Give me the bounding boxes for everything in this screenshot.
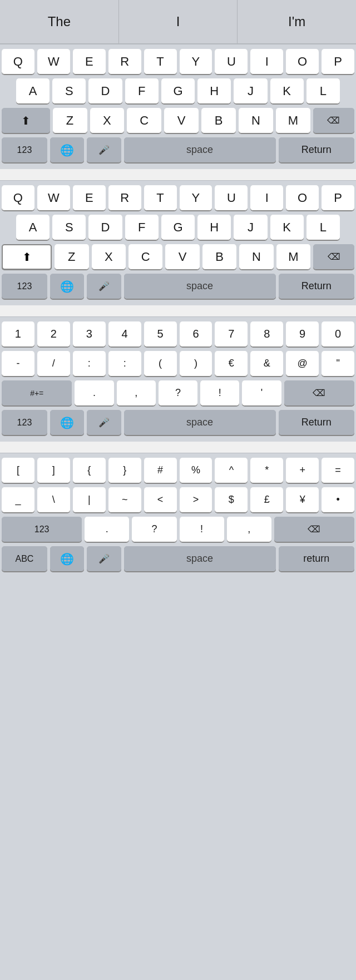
- k3-key-comma[interactable]: ,: [117, 380, 156, 406]
- k3-key-9[interactable]: 9: [286, 321, 319, 347]
- k4-key-pipe[interactable]: |: [73, 487, 106, 513]
- k4-key-lbrace[interactable]: {: [73, 458, 106, 483]
- k2-key-k[interactable]: K: [270, 215, 304, 240]
- key-t[interactable]: T: [144, 49, 177, 75]
- k2-key-t[interactable]: T: [144, 185, 177, 211]
- k2-return-key[interactable]: Return: [279, 274, 354, 299]
- k2-key-i[interactable]: I: [250, 185, 283, 211]
- k4-key-123[interactable]: 123: [2, 517, 82, 542]
- globe-key[interactable]: 🌐: [50, 137, 84, 163]
- key-123[interactable]: 123: [2, 137, 47, 163]
- k3-key-6[interactable]: 6: [180, 321, 212, 347]
- k3-key-lparen[interactable]: (: [144, 351, 177, 377]
- k2-key-m[interactable]: M: [276, 244, 310, 270]
- k4-key-exclaim2[interactable]: !: [180, 517, 224, 542]
- k3-key-4[interactable]: 4: [108, 321, 141, 347]
- k3-globe-key[interactable]: 🌐: [50, 410, 84, 435]
- k4-key-hash[interactable]: #: [144, 458, 177, 483]
- k2-space-key[interactable]: space: [124, 274, 276, 299]
- key-i[interactable]: I: [250, 49, 283, 75]
- k3-key-question[interactable]: ?: [159, 380, 197, 406]
- k2-backspace-key[interactable]: ⌫: [313, 244, 354, 270]
- k3-key-quote[interactable]: ": [322, 351, 354, 377]
- k3-key-period[interactable]: .: [75, 380, 113, 406]
- k2-key-y[interactable]: Y: [180, 185, 212, 211]
- k2-key-u[interactable]: U: [215, 185, 248, 211]
- k3-key-5[interactable]: 5: [144, 321, 177, 347]
- k4-key-caret[interactable]: ^: [215, 458, 248, 483]
- k3-key-euro[interactable]: €: [215, 351, 248, 377]
- k3-key-7[interactable]: 7: [215, 321, 248, 347]
- k2-key-j[interactable]: J: [234, 215, 267, 240]
- k3-space-key[interactable]: space: [124, 410, 276, 435]
- autocomplete-item-i[interactable]: I: [119, 0, 238, 43]
- k4-key-comma2[interactable]: ,: [227, 517, 271, 542]
- k4-key-lt[interactable]: <: [144, 487, 177, 513]
- k3-key-colon1[interactable]: :: [73, 351, 106, 377]
- key-j[interactable]: J: [234, 78, 267, 104]
- k2-key-c[interactable]: C: [128, 244, 162, 270]
- k3-return-key[interactable]: Return: [279, 410, 354, 435]
- k3-key-slash[interactable]: /: [37, 351, 70, 377]
- k4-backspace-key[interactable]: ⌫: [274, 517, 354, 542]
- k3-key-amp[interactable]: &: [250, 351, 283, 377]
- k4-key-rbrace[interactable]: }: [108, 458, 141, 483]
- key-h[interactable]: H: [197, 78, 231, 104]
- k4-key-dollar[interactable]: $: [215, 487, 248, 513]
- backspace-key[interactable]: ⌫: [313, 108, 354, 133]
- key-z[interactable]: Z: [53, 108, 87, 133]
- autocomplete-item-the[interactable]: The: [0, 0, 119, 43]
- k3-key-colon2[interactable]: :: [108, 351, 141, 377]
- k3-mic-key[interactable]: 🎤: [87, 410, 121, 435]
- k4-key-pound[interactable]: £: [250, 487, 283, 513]
- k2-key-f[interactable]: F: [125, 215, 159, 240]
- k2-key-n[interactable]: N: [239, 244, 273, 270]
- k2-key-a[interactable]: A: [16, 215, 50, 240]
- k4-key-question2[interactable]: ?: [132, 517, 176, 542]
- k4-key-dot[interactable]: •: [322, 487, 354, 513]
- key-g[interactable]: G: [161, 78, 195, 104]
- k2-key-e[interactable]: E: [73, 185, 106, 211]
- k3-backspace-key[interactable]: ⌫: [284, 380, 354, 406]
- space-key[interactable]: space: [124, 137, 276, 163]
- k2-key-q[interactable]: Q: [2, 185, 34, 211]
- k4-key-underscore[interactable]: _: [2, 487, 34, 513]
- key-w[interactable]: W: [37, 49, 70, 75]
- k4-key-rbracket[interactable]: ]: [37, 458, 70, 483]
- k4-key-period2[interactable]: .: [85, 517, 129, 542]
- k4-mic-key[interactable]: 🎤: [87, 546, 121, 572]
- k2-key-d[interactable]: D: [88, 215, 122, 240]
- k2-key-p[interactable]: P: [322, 185, 354, 211]
- k3-key-exclaim[interactable]: !: [200, 380, 239, 406]
- k2-key-b[interactable]: B: [202, 244, 236, 270]
- k3-key-apostrophe[interactable]: ': [242, 380, 281, 406]
- k3-key-at[interactable]: @: [286, 351, 319, 377]
- k2-mic-key[interactable]: 🎤: [87, 274, 121, 299]
- return-key[interactable]: Return: [279, 137, 354, 163]
- key-e[interactable]: E: [73, 49, 106, 75]
- mic-key[interactable]: 🎤: [87, 137, 121, 163]
- k2-key-l[interactable]: L: [306, 215, 340, 240]
- k2-key-g[interactable]: G: [161, 215, 195, 240]
- k3-key-hashsym[interactable]: #+=: [2, 380, 72, 406]
- shift-key[interactable]: ⬆: [2, 108, 50, 133]
- k4-key-tilde[interactable]: ~: [108, 487, 141, 513]
- key-p[interactable]: P: [322, 49, 354, 75]
- k2-key-o[interactable]: O: [286, 185, 319, 211]
- k2-key-r[interactable]: R: [108, 185, 141, 211]
- k2-key-123[interactable]: 123: [2, 274, 47, 299]
- k4-return-key[interactable]: return: [279, 546, 354, 572]
- key-y[interactable]: Y: [180, 49, 212, 75]
- key-m[interactable]: M: [276, 108, 310, 133]
- k4-key-star[interactable]: *: [250, 458, 283, 483]
- k4-globe-key[interactable]: 🌐: [50, 546, 84, 572]
- key-s[interactable]: S: [52, 78, 86, 104]
- key-c[interactable]: C: [127, 108, 161, 133]
- key-n[interactable]: N: [239, 108, 273, 133]
- k2-key-h[interactable]: H: [197, 215, 231, 240]
- key-d[interactable]: D: [88, 78, 122, 104]
- key-l[interactable]: L: [306, 78, 340, 104]
- k3-key-123[interactable]: 123: [2, 410, 47, 435]
- key-v[interactable]: V: [164, 108, 199, 133]
- k4-key-percent[interactable]: %: [180, 458, 212, 483]
